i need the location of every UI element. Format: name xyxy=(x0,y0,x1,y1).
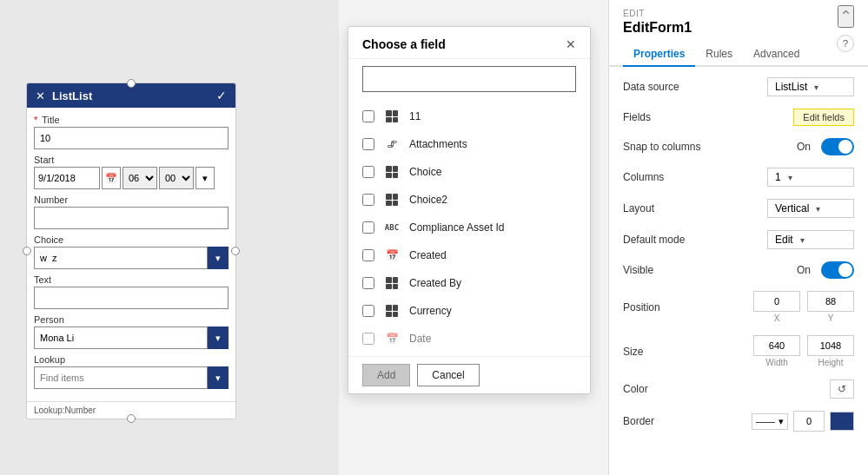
choose-panel-title: Choose a field xyxy=(362,37,446,51)
list-item[interactable]: 📅 Created xyxy=(348,241,590,269)
item-label-createdby: Created By xyxy=(409,277,461,289)
field-number-input[interactable] xyxy=(34,207,229,229)
choose-panel-close-icon[interactable]: ✕ xyxy=(566,37,576,51)
snap-on-text: On xyxy=(797,141,811,153)
help-icon[interactable]: ? xyxy=(837,35,854,52)
choose-search-input[interactable] xyxy=(362,66,576,92)
position-x-wrap: X xyxy=(753,291,800,323)
prop-fields: Fields Edit fields xyxy=(623,109,854,126)
lookup-input[interactable] xyxy=(34,366,208,389)
field-lookup-label: Lookup xyxy=(34,354,229,365)
width-label: Width xyxy=(765,358,788,367)
choice-input[interactable] xyxy=(34,247,208,269)
prop-columns: Columns 1 ▾ xyxy=(623,168,854,187)
item-checkbox-createdby[interactable] xyxy=(362,277,374,289)
default-mode-dropdown[interactable]: Edit ▾ xyxy=(767,230,854,249)
chevron-down-icon: ▾ xyxy=(816,204,820,214)
list-item[interactable]: Choice xyxy=(348,158,590,186)
choose-search-container xyxy=(348,59,590,99)
size-label: Size xyxy=(623,346,643,358)
position-group: X Y xyxy=(753,291,854,323)
list-item[interactable]: ABC Compliance Asset Id xyxy=(348,214,590,241)
size-width-input[interactable] xyxy=(753,335,800,356)
prop-color: Color ↺ xyxy=(623,379,854,399)
list-item[interactable]: 🖇 Attachments xyxy=(348,130,590,158)
item-checkbox-choice2[interactable] xyxy=(362,194,374,206)
list-item[interactable]: 11 xyxy=(348,102,590,130)
border-label: Border xyxy=(623,415,654,427)
form-card-title: ListList xyxy=(52,89,92,102)
position-y-input[interactable] xyxy=(807,291,854,312)
color-swatch[interactable]: ↺ xyxy=(830,379,854,399)
check-icon[interactable]: ✓ xyxy=(216,89,227,102)
panel-tabs: Properties Rules Advanced xyxy=(609,43,868,67)
item-checkbox-compliance[interactable] xyxy=(362,221,374,234)
item-checkbox-choice[interactable] xyxy=(362,166,374,178)
item-checkbox-currency[interactable] xyxy=(362,305,374,317)
prop-data-source: Data source ListList ▾ xyxy=(623,77,854,96)
border-width-input[interactable] xyxy=(793,411,825,432)
field-title-input[interactable] xyxy=(34,127,229,149)
person-dropdown-btn[interactable]: ▾ xyxy=(208,327,229,349)
columns-dropdown[interactable]: 1 ▾ xyxy=(767,168,854,187)
item-label-date: Date xyxy=(409,333,431,345)
item-checkbox-date[interactable] xyxy=(362,333,374,345)
grid-icon xyxy=(383,163,401,181)
item-checkbox-attachments[interactable] xyxy=(362,138,374,150)
time-dropdown-btn[interactable]: ▾ xyxy=(195,167,215,189)
choice-select: ▾ xyxy=(34,247,229,269)
hour-select[interactable]: 06 xyxy=(123,167,157,189)
chevron-down-icon: ▾ xyxy=(788,173,792,182)
edit-fields-button[interactable]: Edit fields xyxy=(793,109,854,126)
size-height-wrap: Height xyxy=(807,335,854,367)
choose-panel-footer: Add Cancel xyxy=(348,356,590,393)
tab-properties[interactable]: Properties xyxy=(623,43,695,67)
resize-handle-top[interactable] xyxy=(127,79,136,88)
tab-rules[interactable]: Rules xyxy=(695,43,743,67)
field-choice: Choice ▾ xyxy=(34,234,229,269)
fields-label: Fields xyxy=(623,111,651,123)
calendar-icon: 📅 xyxy=(383,247,401,264)
resize-handle-bottom[interactable] xyxy=(127,414,136,423)
close-icon[interactable]: ✕ xyxy=(36,89,45,102)
position-x-input[interactable] xyxy=(753,291,800,312)
minute-select[interactable]: 00 xyxy=(159,167,194,189)
prop-visible: Visible On xyxy=(623,261,854,279)
resize-handle-left[interactable] xyxy=(23,247,31,255)
y-label: Y xyxy=(828,313,834,323)
person-input[interactable] xyxy=(34,327,208,349)
snap-label: Snap to columns xyxy=(623,141,700,153)
size-height-input[interactable] xyxy=(807,335,854,356)
resize-handle-right[interactable] xyxy=(231,247,240,255)
currency-icon xyxy=(383,302,401,320)
add-button[interactable]: Add xyxy=(362,364,410,386)
lookup-dropdown-btn[interactable]: ▾ xyxy=(208,366,229,389)
data-source-dropdown[interactable]: ListList ▾ xyxy=(767,77,854,96)
border-style-dropdown[interactable]: —— ▾ xyxy=(752,413,788,430)
layout-dropdown[interactable]: Vertical ▾ xyxy=(767,199,854,218)
list-item[interactable]: 📅 Date xyxy=(348,325,590,353)
required-star: * xyxy=(34,115,37,125)
snap-toggle[interactable] xyxy=(821,138,854,155)
abc-icon: ABC xyxy=(383,219,401,236)
calendar-icon-btn[interactable]: 📅 xyxy=(102,167,121,189)
list-item[interactable]: Created By xyxy=(348,269,590,297)
grid-icon xyxy=(383,274,401,292)
item-checkbox-created[interactable] xyxy=(362,249,374,261)
chevron-up-icon[interactable]: ⌃ xyxy=(838,5,854,28)
tab-advanced[interactable]: Advanced xyxy=(743,43,810,67)
cancel-button[interactable]: Cancel xyxy=(417,364,479,386)
field-title-label: * Title xyxy=(34,115,229,125)
prop-border: Border —— ▾ xyxy=(623,411,854,432)
list-item[interactable]: Choice2 xyxy=(348,186,590,214)
field-text-input[interactable] xyxy=(34,287,229,309)
visible-toggle[interactable] xyxy=(821,261,854,279)
list-item[interactable]: Currency xyxy=(348,297,590,325)
lookup-select: ▾ xyxy=(34,366,229,389)
choice-dropdown-btn[interactable]: ▾ xyxy=(208,247,229,269)
border-color-swatch[interactable] xyxy=(830,412,854,431)
visible-on-text: On xyxy=(797,264,811,276)
item-checkbox-11[interactable] xyxy=(362,110,374,122)
panel-body: Data source ListList ▾ Fields Edit field… xyxy=(609,67,868,454)
date-input[interactable] xyxy=(34,167,100,189)
